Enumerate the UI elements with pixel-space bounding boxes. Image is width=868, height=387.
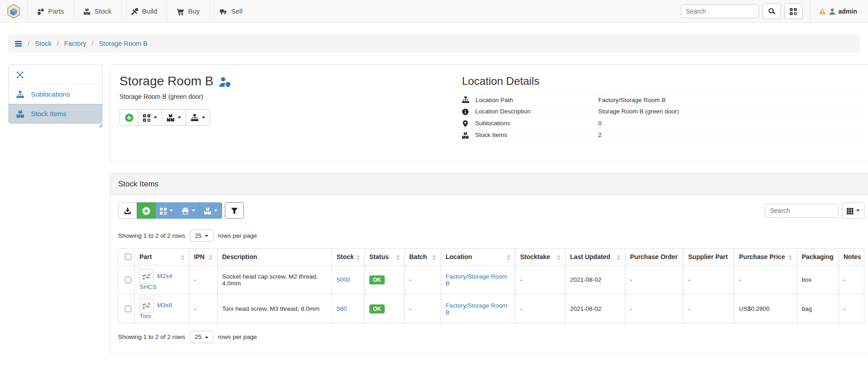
cell-ipn: - — [189, 294, 218, 323]
cell-stocktake: - — [516, 265, 565, 294]
page-size-dropdown[interactable]: 25 — [190, 230, 213, 242]
navbar-search-input[interactable] — [681, 5, 759, 18]
search-icon — [768, 7, 775, 15]
cell-last-updated: 2021-08-02 — [565, 265, 625, 294]
cell-location: Factory/Storage Room B — [441, 294, 516, 323]
breadcrumb-stock[interactable]: Stock — [35, 40, 51, 47]
page-title: Storage Room B — [119, 74, 462, 88]
qrcode-icon — [143, 113, 150, 121]
export-button[interactable] — [118, 202, 137, 219]
select-all-checkbox[interactable] — [125, 254, 131, 260]
header-ipn[interactable]: IPN — [189, 249, 218, 265]
row-checkbox[interactable] — [125, 277, 131, 283]
stock-actions-button[interactable] — [162, 109, 186, 126]
add-stock-item-button[interactable] — [137, 202, 156, 219]
stock-table-search-input[interactable] — [765, 204, 838, 218]
detail-value-stock-items: 2 — [598, 132, 864, 138]
sidebar-item-sublocations[interactable]: Sublocations — [9, 84, 102, 104]
location-header-panel: Storage Room B Storage Room B (green doo… — [110, 64, 868, 162]
barcode-actions-dropdown[interactable] — [155, 202, 178, 219]
plus-circle-icon — [142, 206, 150, 215]
stock-quantity-link[interactable]: 580 — [337, 305, 347, 312]
boxes-icon — [462, 132, 469, 139]
location-details: Location Details Location Path Factory/S… — [462, 74, 864, 141]
shapes-icon — [37, 7, 44, 15]
sidebar-toggle-button[interactable] — [15, 39, 22, 48]
sidebar-expand-button[interactable] — [9, 65, 102, 84]
select-all-header — [119, 249, 135, 265]
table-header-row: Part IPN Description Stock Status Batch … — [119, 249, 864, 265]
cell-description: Socket head cap screw, M2 thread, 4.0mm — [218, 265, 332, 294]
filter-button[interactable] — [225, 202, 244, 219]
cart-icon — [177, 7, 184, 15]
cell-description: Torx head screw, M3 thread, 8.0mm — [218, 294, 332, 323]
user-shield-icon — [219, 74, 231, 88]
header-batch[interactable]: Batch — [405, 249, 441, 265]
header-status[interactable]: Status — [365, 249, 405, 265]
status-badge: OK — [369, 304, 385, 314]
qrcode-icon — [790, 7, 797, 15]
header-part[interactable]: Part — [135, 249, 189, 265]
cell-purchase-price: - — [734, 265, 797, 294]
cell-packaging: bag — [797, 294, 839, 323]
caret-down-icon — [856, 210, 860, 211]
location-actions-button[interactable] — [186, 109, 210, 126]
nav-item-buy[interactable]: Buy — [167, 0, 209, 22]
part-thumbnail — [139, 269, 154, 284]
sidebar-item-label: Stock Items — [31, 110, 66, 118]
breadcrumb-factory[interactable]: Factory — [64, 40, 86, 47]
stock-options-dropdown[interactable] — [199, 202, 222, 219]
sidebar-resize-handle[interactable] — [99, 122, 103, 129]
header-location[interactable]: Location — [441, 249, 516, 265]
breadcrumb-current[interactable]: Storage Room B — [99, 40, 148, 47]
qrcode-icon — [160, 207, 167, 215]
download-icon — [124, 207, 131, 215]
boxes-icon — [84, 7, 90, 15]
detail-value-description: Storage Room B (green door) — [598, 108, 864, 115]
navbar-scan-button[interactable] — [784, 4, 803, 19]
stock-quantity-link[interactable]: 5000 — [337, 276, 350, 283]
tools-icon — [131, 7, 138, 15]
user-icon — [829, 7, 836, 15]
pagination-summary: Showing 1 to 2 of 2 rows — [118, 232, 185, 239]
cell-stock: 5000 — [332, 265, 365, 294]
row-checkbox[interactable] — [125, 306, 131, 312]
hamburger-icon — [15, 39, 22, 48]
header-stocktake[interactable]: Stocktake — [516, 249, 565, 265]
detail-value-sublocations: 0 — [598, 120, 864, 127]
location-link[interactable]: Factory/Storage Room B — [446, 302, 507, 316]
cell-purchase-order: - — [625, 265, 684, 294]
header-notes: Notes — [839, 249, 864, 265]
header-last-updated[interactable]: Last Updated — [565, 249, 625, 265]
header-purchase-price[interactable]: Purchase Price — [734, 249, 797, 265]
new-location-button[interactable] — [119, 109, 139, 126]
sort-icon — [789, 255, 792, 260]
header-description: Description — [218, 249, 332, 265]
header-stock[interactable]: Stock — [332, 249, 365, 265]
nav-item-build[interactable]: Build — [121, 0, 167, 22]
caret-down-icon — [205, 235, 208, 237]
nav-item-parts[interactable]: Parts — [27, 0, 74, 22]
username-label: admin — [838, 8, 857, 15]
boxes-icon — [16, 110, 24, 118]
nav-item-label: Parts — [48, 7, 64, 15]
info-circle-icon — [462, 108, 469, 115]
cell-packaging: box — [797, 265, 839, 294]
barcode-actions-button[interactable] — [138, 109, 162, 126]
nav-item-stock[interactable]: Stock — [74, 0, 121, 22]
location-link[interactable]: Factory/Storage Room B — [446, 273, 507, 287]
navbar-search-button[interactable] — [763, 4, 781, 19]
location-subtitle: Storage Room B (green door) — [119, 93, 462, 100]
nav-item-sell[interactable]: Sell — [209, 0, 252, 22]
table-row: M3x8 Torx - Torx head screw, M3 thread, … — [119, 294, 864, 323]
boxes-icon — [204, 207, 211, 215]
columns-dropdown[interactable] — [842, 202, 864, 219]
print-actions-dropdown[interactable] — [177, 202, 200, 219]
sidebar-item-stock-items[interactable]: Stock Items — [9, 104, 102, 124]
location-actions — [119, 109, 462, 126]
inventree-logo[interactable] — [5, 0, 27, 22]
detail-row-path: Location Path Factory/Storage Room B — [462, 94, 864, 106]
nav-item-label: Build — [142, 7, 157, 15]
user-menu[interactable]: admin — [810, 0, 857, 22]
page-size-dropdown[interactable]: 25 — [190, 331, 213, 343]
